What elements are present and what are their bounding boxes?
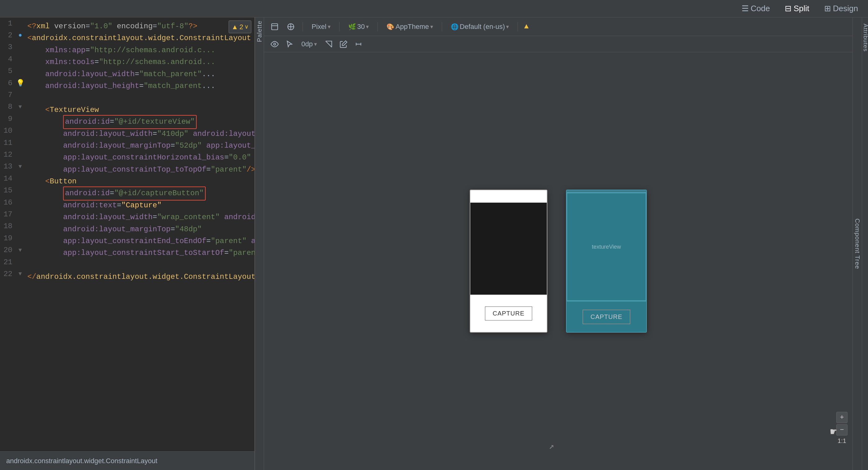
hamburger-icon: ☰ (742, 4, 749, 13)
component-tree-strip: Component Tree (852, 18, 862, 470)
split-icon: ⊟ (785, 4, 792, 13)
design-icon: ⊞ (824, 4, 831, 13)
line-num-15: 15 (0, 184, 12, 196)
gutter-20: ▼ (16, 244, 25, 256)
fps-selector[interactable]: 🌿 30 ▾ (346, 22, 371, 32)
line-num-11: 11 (0, 137, 12, 149)
phone2-capture-btn[interactable]: CAPTURE (583, 310, 631, 324)
line-num-3: 3 (0, 41, 12, 53)
eye-btn[interactable] (269, 38, 280, 50)
resize-handle[interactable]: ↗ (549, 441, 554, 451)
gutter-6: 💡 (16, 77, 25, 89)
phone-preview-2: textureView CAPTURE (566, 189, 647, 332)
gutter-11 (16, 137, 25, 149)
line-num-14: 14 (0, 173, 12, 184)
dropper-btn[interactable] (338, 38, 349, 50)
sep-3 (377, 22, 378, 31)
fps-chevron-icon: ▾ (366, 23, 369, 30)
line-num-1: 1 (0, 18, 12, 29)
code-label: Code (750, 4, 770, 13)
line-num-17: 17 (0, 208, 12, 220)
gutter-10 (16, 125, 25, 137)
theme-chevron-icon: ▾ (430, 23, 433, 30)
ruler-btn[interactable] (353, 38, 364, 50)
line-num-7: 7 (0, 89, 12, 101)
phone1-top-bar (470, 190, 547, 203)
line-num-6: 6 (0, 77, 12, 89)
code-line-7 (27, 92, 254, 104)
phone2-bottom: CAPTURE (567, 301, 646, 332)
phone1-camera-view (470, 203, 547, 295)
code-line-17: android:layout_width="wrap_content" andr… (27, 211, 254, 223)
palette-strip: Palette (255, 18, 264, 470)
preview-area: CAPTURE textureView CAPTURE ☛ ↗ (264, 52, 852, 470)
locale-label: Default (en-us) (460, 23, 505, 31)
pixel-label: Pixel (312, 23, 327, 31)
theme-selector[interactable]: 🎨 AppTheme ▾ (384, 22, 436, 32)
zoom-out-btn[interactable]: − (836, 424, 847, 436)
line-num-2: 2 (0, 29, 12, 41)
line-num-9: 9 (0, 113, 12, 125)
code-content[interactable]: ▲ 2 ∨ <?xml version="1.0" encoding="utf-… (25, 18, 254, 451)
zoom-controls: + − 1:1 (836, 412, 847, 445)
gutter-7 (16, 89, 25, 101)
line-num-21: 21 (0, 256, 12, 268)
line-numbers: 1 2 3 4 5 6 7 8 9 10 11 12 13 14 15 16 1… (0, 18, 16, 451)
code-line-2: <androidx.constraintlayout.widget.Constr… (27, 32, 254, 44)
locale-selector[interactable]: 🌐 Default (en-us) ▾ (448, 22, 512, 32)
code-line-5: android:layout_width="match_parent"... (27, 68, 254, 80)
svg-marker-6 (342, 41, 347, 46)
phone1-bottom: CAPTURE (470, 295, 547, 332)
status-text: androidx.constraintlayout.widget.Constra… (6, 457, 157, 465)
line-num-20: 20 (0, 244, 12, 256)
code-line-19: app:layout_constraintEnd_toEndOf="parent… (27, 235, 254, 247)
cursor-icon: ☛ (830, 425, 837, 439)
code-line-21 (27, 259, 254, 271)
design-mode-btn[interactable] (269, 21, 280, 32)
phone1-capture-btn[interactable]: CAPTURE (485, 306, 532, 321)
design-tab-btn[interactable]: ⊞ Design (820, 2, 862, 14)
blueprint-btn[interactable] (285, 21, 297, 32)
pixel-selector[interactable]: Pixel ▾ (309, 22, 333, 32)
zoom-ratio: 1:1 (836, 437, 847, 445)
code-tab-btn[interactable]: ☰ Code (738, 2, 774, 14)
gutter-21 (16, 256, 25, 268)
line-num-4: 4 (0, 53, 12, 65)
split-tab-btn[interactable]: ⊟ Split (781, 2, 813, 14)
line-num-10: 10 (0, 125, 12, 137)
gutter-19 (16, 232, 25, 244)
measure-btn[interactable] (323, 38, 334, 50)
sep-2 (339, 22, 340, 31)
toolbar-warning-icon: ▲ (524, 22, 528, 31)
code-line-16: android:text="Capture" (27, 200, 254, 211)
top-bar: ☰ Code ⊟ Split ⊞ Design (0, 0, 868, 18)
code-editor: 1 2 3 4 5 6 7 8 9 10 11 12 13 14 15 16 1… (0, 18, 255, 470)
gutter-17 (16, 208, 25, 220)
code-line-22: </androidx.constraintlayout.widget.Const… (27, 271, 254, 283)
design-toolbar: Pixel ▾ 🌿 30 ▾ 🎨 AppTheme ▾ 🌐 Default (e… (264, 18, 852, 36)
margin-selector[interactable]: 0dp ▾ (299, 39, 319, 50)
gutter-icons: ● 💡 ▼ ▼ ▼ ▼ (16, 18, 25, 451)
code-line-11: android:layout_marginTop="52dp" app:layo… (27, 140, 254, 152)
code-line-13: app:layout_constraintTop_toTopOf="parent… (27, 164, 254, 176)
code-area[interactable]: 1 2 3 4 5 6 7 8 9 10 11 12 13 14 15 16 1… (0, 18, 254, 451)
editor-status-bar: androidx.constraintlayout.widget.Constra… (0, 451, 254, 470)
phone2-capture-label: CAPTURE (591, 313, 623, 320)
gutter-8: ▼ (16, 101, 25, 113)
phone1-capture-label: CAPTURE (493, 310, 525, 317)
line-num-13: 13 (0, 161, 12, 173)
fps-label: 30 (357, 23, 365, 31)
code-line-6: android:layout_height="match_parent... (27, 80, 254, 92)
gutter-14 (16, 173, 25, 184)
cursor-btn[interactable] (284, 38, 295, 50)
phone2-status-bar (567, 190, 646, 193)
margin-label: 0dp (301, 40, 313, 48)
code-line-8: <TextureView (27, 104, 254, 116)
gutter-22: ▼ (16, 268, 25, 280)
locale-icon: 🌐 (451, 23, 459, 30)
margin-chevron-icon: ▾ (314, 41, 317, 48)
zoom-in-btn[interactable]: + (836, 412, 847, 423)
zoom-minus-icon: − (840, 426, 844, 434)
gutter-12 (16, 149, 25, 160)
attributes-label: Attributes (862, 18, 868, 52)
